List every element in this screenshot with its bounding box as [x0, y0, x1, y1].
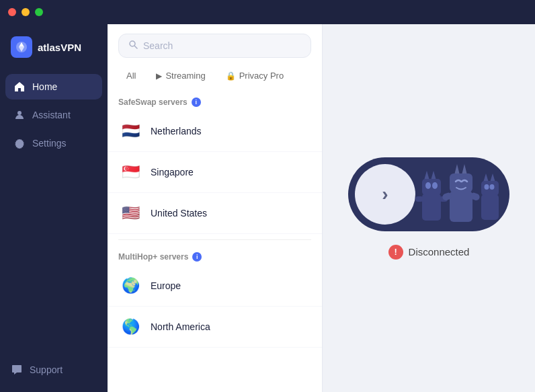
search-input-wrap[interactable] — [118, 34, 311, 58]
vpn-toggle-wrap: › — [348, 157, 509, 231]
vpn-status-row: ! Disconnected — [388, 245, 470, 260]
person-icon — [13, 109, 26, 121]
vpn-status-text: Disconnected — [409, 246, 470, 258]
sidebar-item-settings[interactable]: Settings — [5, 130, 102, 156]
svg-point-7 — [425, 182, 431, 189]
flag-north-america: 🌎 — [118, 315, 142, 339]
chat-icon — [11, 364, 23, 376]
gear-icon — [13, 137, 26, 149]
flag-europe: 🌍 — [118, 274, 142, 298]
mascots-svg — [412, 157, 509, 231]
safeswap-section-header: SafeSwap servers i — [108, 91, 322, 111]
search-input[interactable] — [143, 40, 301, 51]
search-icon — [128, 40, 138, 52]
vpn-toggle-button[interactable]: › — [355, 164, 415, 225]
server-item-north-america[interactable]: 🌎 North America — [108, 307, 322, 348]
server-item-singapore[interactable]: 🇸🇬 Singapore — [108, 152, 322, 193]
svg-rect-6 — [422, 179, 441, 195]
logo-icon — [11, 36, 32, 58]
svg-point-22 — [490, 184, 495, 190]
tab-streaming[interactable]: ▶ Streaming — [148, 67, 213, 84]
logo-text: atlasVPN — [38, 42, 81, 53]
flag-united-states: 🇺🇸 — [118, 201, 142, 225]
server-item-europe[interactable]: 🌍 Europe — [108, 266, 322, 307]
search-bar — [108, 24, 322, 65]
svg-point-1 — [17, 111, 22, 115]
flag-singapore: 🇸🇬 — [118, 160, 142, 184]
sidebar-item-home[interactable]: Home — [5, 74, 102, 100]
disconnected-icon: ! — [388, 245, 403, 260]
server-panel: All ▶ Streaming 🔒 Privacy Pro SafeSwap s… — [108, 24, 323, 392]
svg-marker-4 — [424, 171, 429, 180]
tab-privacy-pro[interactable]: 🔒 Privacy Pro — [218, 67, 292, 84]
tab-all[interactable]: All — [118, 67, 144, 84]
right-panel: › — [323, 24, 535, 392]
chevron-right-icon: › — [382, 184, 388, 205]
svg-marker-13 — [462, 164, 467, 175]
home-icon — [13, 81, 26, 93]
title-bar — [0, 0, 535, 24]
filter-tabs: All ▶ Streaming 🔒 Privacy Pro — [108, 65, 322, 91]
svg-rect-23 — [481, 194, 499, 220]
play-icon: ▶ — [156, 71, 162, 81]
sidebar-item-assistant[interactable]: Assistant — [5, 102, 102, 128]
svg-point-8 — [432, 182, 438, 189]
multihop-info-icon[interactable]: i — [192, 252, 202, 262]
main-content: All ▶ Streaming 🔒 Privacy Pro SafeSwap s… — [108, 0, 535, 392]
flag-netherlands: 🇳🇱 — [118, 119, 142, 143]
svg-point-21 — [485, 184, 489, 190]
maximize-button[interactable] — [35, 8, 43, 16]
server-item-netherlands[interactable]: 🇳🇱 Netherlands — [108, 111, 322, 152]
logo: atlasVPN — [0, 24, 108, 74]
section-divider — [118, 239, 311, 240]
sidebar-item-support[interactable]: Support — [0, 353, 108, 392]
safeswap-info-icon[interactable]: i — [192, 97, 201, 107]
mascots-area — [412, 157, 509, 231]
vpn-toggle-track: › — [348, 157, 509, 231]
svg-rect-10 — [415, 196, 423, 202]
multihop-section-header: MultiHop+ servers i — [108, 245, 322, 266]
content-area: All ▶ Streaming 🔒 Privacy Pro SafeSwap s… — [108, 24, 535, 392]
lock-icon: 🔒 — [226, 71, 236, 81]
minimize-button[interactable] — [22, 8, 30, 16]
svg-point-2 — [130, 41, 135, 46]
close-button[interactable] — [8, 8, 16, 16]
svg-line-3 — [135, 46, 138, 49]
server-item-united-states[interactable]: 🇺🇸 United States — [108, 193, 322, 234]
svg-marker-5 — [431, 171, 436, 180]
sidebar: atlasVPN Home Assistant — [0, 0, 108, 392]
nav-items: Home Assistant Settings — [0, 74, 108, 353]
svg-rect-9 — [422, 194, 441, 221]
svg-marker-12 — [454, 164, 460, 175]
svg-rect-15 — [450, 191, 472, 222]
